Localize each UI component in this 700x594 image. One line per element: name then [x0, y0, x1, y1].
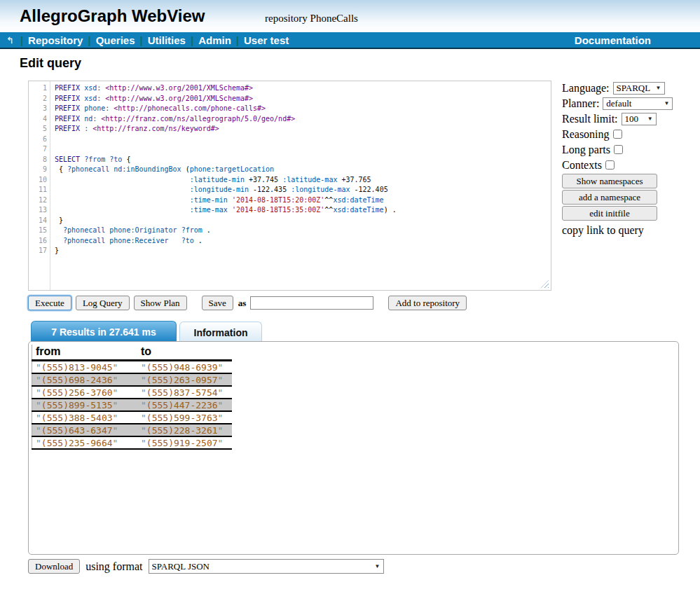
chevron-down-icon: ▼: [647, 116, 653, 122]
language-select[interactable]: SPARQL ▼: [613, 82, 665, 95]
contexts-row: Contexts: [562, 158, 678, 172]
code-line: PREFIX nd: <http://franz.com/ns/allegrog…: [55, 114, 551, 125]
chevron-down-icon: ▼: [375, 563, 380, 569]
tab-results[interactable]: 7 Results in 27.641 ms: [31, 321, 177, 342]
line-number: 9: [29, 165, 47, 175]
code-line: :longitude-min -122.435 :longitude-max -…: [55, 185, 551, 195]
execute-button[interactable]: Execute: [28, 296, 71, 310]
result-cell: "(555)256-3760": [32, 386, 138, 399]
code-line: :time-min '2014-08-18T15:20:00Z'^^xsd:da…: [55, 195, 551, 206]
save-name-input[interactable]: [250, 296, 373, 310]
as-label: as: [238, 298, 247, 309]
page-title: Edit query: [20, 56, 81, 71]
repository-label: repository PhoneCalls: [265, 13, 358, 25]
code-line: }: [55, 246, 551, 256]
using-format-label: using format: [85, 560, 142, 573]
table-row: "(555)643-6347""(555)228-3261": [32, 424, 233, 436]
namespace-buttons: Show namespacesadd a namespaceedit initf…: [562, 174, 678, 221]
nav-divider: |: [140, 34, 143, 46]
code-line: PREFIX xsd: <http://www.w3.org/2001/XMLS…: [55, 94, 551, 104]
code-line: ?phonecall phone:Receiver ?to .: [55, 236, 551, 247]
long-parts-row: Long parts: [562, 142, 678, 157]
query-actions-row: Execute Log Query Show Plan Save as Add …: [28, 296, 467, 310]
planner-label: Planner:: [562, 97, 599, 110]
reasoning-checkbox[interactable]: [613, 130, 622, 139]
results-panel: fromto "(555)813-9045""(555)948-6939""(5…: [28, 341, 679, 555]
long-parts-label: Long parts: [562, 144, 610, 156]
contexts-label: Contexts: [562, 159, 602, 172]
result-limit-label: Result limit:: [562, 113, 618, 125]
table-row: "(555)813-9045""(555)948-6939": [32, 361, 233, 374]
result-limit-select[interactable]: 100 ▼: [622, 113, 657, 125]
result-cell: "(555)599-3763": [137, 411, 232, 424]
results-header-row: fromto: [32, 345, 233, 361]
code-line: ?phonecall phone:Originator ?from .: [55, 226, 551, 236]
option-checkboxes: ReasoningLong partsContexts: [562, 127, 678, 172]
contexts-checkbox[interactable]: [605, 160, 615, 170]
line-number: 4: [29, 114, 47, 125]
save-button[interactable]: Save: [202, 296, 233, 310]
editor-code[interactable]: PREFIX xsd: <http://www.w3.org/2001/XMLS…: [50, 81, 551, 290]
nav-item-documentation[interactable]: Documentation: [575, 34, 651, 46]
table-row: "(555)698-2436""(555)263-0957": [32, 373, 233, 386]
line-number: 2: [29, 94, 47, 104]
result-cell: "(555)228-3261": [137, 424, 232, 436]
nav-item-admin[interactable]: Admin: [198, 34, 231, 46]
planner-row: Planner: default ▼: [562, 96, 678, 111]
download-row: Download using format SPARQL JSON ▼: [28, 559, 384, 574]
code-line: [55, 144, 551, 155]
column-header-to: to: [137, 345, 232, 361]
log-query-button[interactable]: Log Query: [76, 296, 130, 310]
code-line: [55, 134, 551, 145]
download-button[interactable]: Download: [28, 559, 80, 574]
line-number: 3: [29, 104, 47, 114]
language-value: SPARQL: [617, 83, 651, 94]
reasoning-row: Reasoning: [562, 127, 678, 141]
line-number: 14: [29, 216, 47, 226]
query-options-sidebar: Language: SPARQL ▼ Planner: default ▼ Re…: [562, 81, 678, 237]
query-editor[interactable]: 1234567891011121314151617 PREFIX xsd: <h…: [28, 81, 551, 291]
add-to-repository-button[interactable]: Add to repository: [388, 296, 467, 310]
app-title: AllegroGraph WebView: [20, 6, 205, 26]
show-namespaces-button[interactable]: Show namespaces: [562, 174, 657, 188]
page-header: AllegroGraph WebView repository PhoneCal…: [0, 0, 700, 32]
editor-line-numbers: 1234567891011121314151617: [29, 81, 50, 290]
nav-item-utilities[interactable]: Utilities: [148, 34, 186, 46]
nav-items: |Repository|Queries|Utilities|Admin|User…: [15, 34, 289, 46]
line-number: 17: [29, 246, 47, 256]
code-line: :latitude-min +37.745 :latitude-max +37.…: [55, 175, 551, 186]
table-row: "(555)235-9664""(555)919-2507": [32, 436, 233, 449]
nav-item-repository[interactable]: Repository: [28, 34, 83, 46]
result-limit-row: Result limit: 100 ▼: [562, 111, 678, 126]
code-line: :time-max '2014-08-18T15:35:00Z'^^xsd:da…: [55, 205, 551, 216]
result-cell: "(555)643-6347": [32, 424, 138, 436]
line-number: 10: [29, 175, 47, 186]
planner-select[interactable]: default ▼: [603, 97, 673, 110]
nav-divider: |: [20, 34, 23, 46]
line-number: 1: [29, 83, 47, 94]
edit-initfile-button[interactable]: edit initfile: [562, 206, 657, 221]
result-cell: "(555)837-5754": [137, 386, 232, 399]
line-number: 15: [29, 226, 47, 236]
nav-item-queries[interactable]: Queries: [96, 34, 135, 46]
nav-divider: |: [236, 34, 239, 46]
nav-item-user-test[interactable]: User test: [244, 34, 289, 46]
line-number: 5: [29, 124, 47, 134]
line-number: 12: [29, 195, 47, 206]
code-line: SELECT ?from ?to {: [55, 155, 551, 165]
language-row: Language: SPARQL ▼: [562, 81, 678, 95]
line-number: 13: [29, 205, 47, 216]
back-arrow-icon[interactable]: ↰: [6, 35, 14, 46]
result-cell: "(555)948-6939": [137, 361, 232, 374]
add-a-namespace-button[interactable]: add a namespace: [562, 190, 657, 205]
long-parts-checkbox[interactable]: [614, 145, 623, 154]
code-line: }: [55, 216, 551, 226]
tab-information[interactable]: Information: [179, 322, 262, 343]
result-cell: "(555)698-2436": [32, 373, 138, 386]
line-number: 7: [29, 144, 47, 155]
line-number: 8: [29, 155, 47, 165]
column-header-from: from: [32, 345, 138, 361]
copy-link-to-query[interactable]: copy link to query: [562, 224, 678, 237]
show-plan-button[interactable]: Show Plan: [134, 296, 187, 310]
download-format-select[interactable]: SPARQL JSON ▼: [149, 559, 384, 574]
